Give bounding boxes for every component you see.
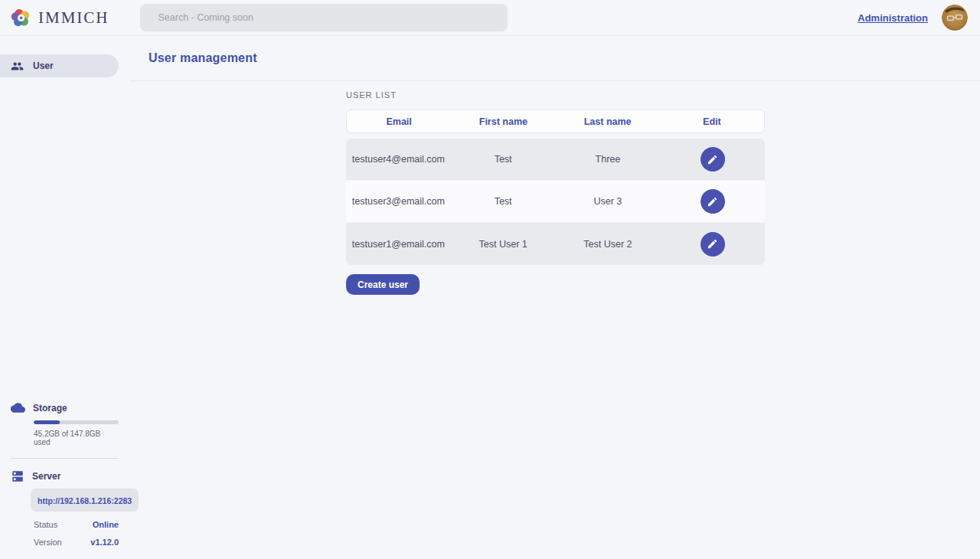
- sidebar-item-user-label: User: [33, 60, 54, 71]
- column-header-email: Email: [347, 116, 451, 127]
- immich-flower-icon: [11, 7, 32, 28]
- search-input[interactable]: [140, 4, 508, 31]
- cell-first-name: Test: [451, 154, 556, 165]
- server-status-row: Status Online: [34, 520, 119, 529]
- page-title: User management: [149, 51, 257, 65]
- cell-email: testuser3@email.com: [346, 196, 451, 207]
- server-version-row: Version v1.12.0: [34, 538, 119, 547]
- cell-email: testuser4@email.com: [346, 154, 451, 165]
- server-title: Server: [32, 471, 60, 482]
- cell-email: testuser1@email.com: [346, 239, 451, 250]
- administration-link[interactable]: Administration: [858, 12, 928, 24]
- sidebar-item-user[interactable]: User: [0, 54, 119, 77]
- table-row: testuser4@email.com Test Three: [346, 139, 765, 181]
- storage-title: Storage: [33, 403, 67, 414]
- server-version-value: v1.12.0: [90, 538, 119, 547]
- server-status-label: Status: [34, 520, 57, 529]
- immich-logo[interactable]: IMMICH: [11, 7, 109, 28]
- sidebar: User Storage 45.2GB of 147.8GB used: [0, 36, 130, 559]
- storage-usage-text: 45.2GB of 147.8GB used: [34, 430, 119, 446]
- server-url: http://192.168.1.216:2283: [38, 496, 132, 505]
- edit-user-button[interactable]: [701, 147, 725, 172]
- column-header-edit: Edit: [660, 116, 764, 127]
- cell-last-name: User 3: [556, 196, 661, 207]
- server-status-value: Online: [93, 520, 119, 529]
- cell-first-name: Test User 1: [451, 239, 556, 250]
- cell-last-name: Three: [556, 154, 661, 165]
- sidebar-status-panel: Storage 45.2GB of 147.8GB used Server ht…: [0, 400, 130, 559]
- cloud-icon: [11, 400, 25, 415]
- cell-first-name: Test: [451, 196, 556, 207]
- table-row: testuser3@email.com Test User 3: [346, 181, 765, 223]
- column-header-last-name: Last name: [556, 116, 660, 127]
- main-content: User management USER LIST Email First na…: [130, 36, 980, 559]
- cell-last-name: Test User 2: [556, 239, 661, 250]
- storage-progress-fill: [34, 420, 60, 424]
- user-list-label: USER LIST: [346, 90, 980, 100]
- server-url-badge: http://192.168.1.216:2283: [31, 489, 139, 512]
- top-bar: IMMICH Administration: [0, 0, 980, 36]
- page-title-bar: User management: [130, 36, 980, 81]
- column-header-first-name: First name: [451, 116, 555, 127]
- people-icon: [11, 60, 24, 73]
- user-avatar[interactable]: [942, 5, 968, 31]
- user-table-body: testuser4@email.com Test Three testuser3…: [346, 139, 765, 265]
- storage-progress-bar: [34, 420, 119, 424]
- server-icon: [11, 469, 24, 483]
- brand-wordmark: IMMICH: [38, 8, 109, 28]
- edit-user-button[interactable]: [701, 232, 725, 257]
- create-user-button[interactable]: Create user: [346, 274, 420, 295]
- table-row: testuser1@email.com Test User 1 Test Use…: [346, 223, 765, 265]
- pencil-icon: [707, 238, 718, 250]
- server-version-label: Version: [34, 538, 62, 547]
- pencil-icon: [707, 154, 718, 165]
- user-table: Email First name Last name Edit testuser…: [346, 110, 765, 265]
- user-table-header: Email First name Last name Edit: [346, 110, 765, 133]
- edit-user-button[interactable]: [701, 189, 725, 214]
- sidebar-divider: [11, 458, 119, 459]
- pencil-icon: [707, 196, 718, 208]
